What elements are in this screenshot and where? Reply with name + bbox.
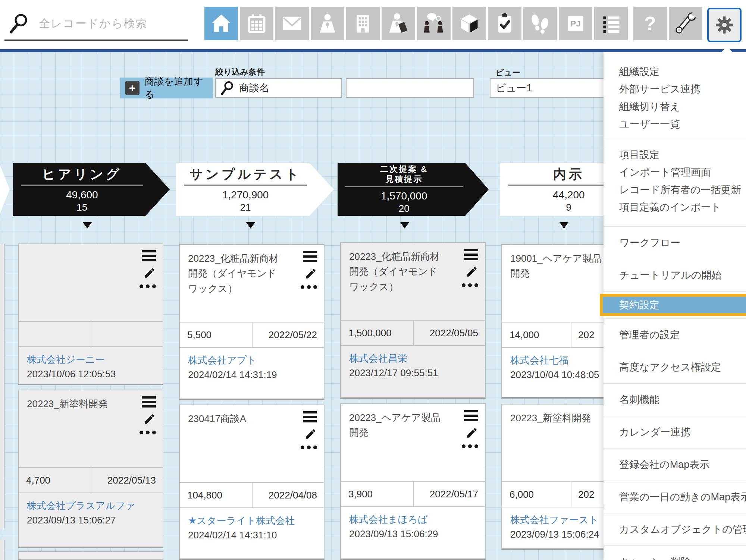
drag-handle-icon[interactable]	[303, 251, 317, 262]
menu-item-field-definition-import[interactable]: 項目定義のインポート	[604, 198, 746, 216]
secondary-filter-input[interactable]	[346, 78, 474, 98]
menu-item-advanced-access[interactable]: 高度なアクセス権設定	[604, 351, 746, 383]
drag-handle-icon[interactable]	[464, 249, 478, 260]
card-actions	[301, 251, 317, 289]
company-link[interactable]: 株式会社アプト	[188, 354, 316, 367]
deal-card-partial[interactable]	[18, 551, 163, 560]
deal-date: 2022/05/13	[91, 475, 163, 486]
more-options-icon[interactable]	[462, 444, 478, 448]
deal-card[interactable]: 20223_化粧品新商材開発（ダイヤモンドワックス） 5,500 2022/05…	[179, 244, 325, 400]
company-link[interactable]: 株式会社プラスアルファ	[27, 499, 155, 512]
deal-date: 2022/04/08	[253, 490, 324, 501]
more-options-icon[interactable]	[301, 446, 317, 449]
stage-count: 9	[566, 202, 571, 213]
global-search-input[interactable]: 全レコードから検索	[4, 7, 188, 41]
stage-title: ヒアリング	[42, 166, 122, 183]
product-glyph	[458, 12, 480, 35]
list-icon[interactable]	[594, 7, 628, 40]
contact-icon[interactable]	[311, 7, 344, 40]
project-glyph: PJ	[564, 12, 587, 35]
menu-pointer-arrow	[721, 46, 733, 52]
tools-icon[interactable]	[669, 7, 702, 40]
stage-amount: 44,200	[553, 189, 585, 201]
meeting-icon[interactable]	[417, 7, 451, 40]
menu-item-business-card[interactable]: 名刺機能	[604, 384, 746, 416]
product-icon[interactable]	[452, 7, 486, 40]
stage-title: 内示	[553, 166, 584, 183]
company-link[interactable]: 株式会社まほろば	[349, 513, 477, 526]
drag-handle-icon[interactable]	[303, 411, 317, 422]
card-actions	[301, 411, 317, 449]
deal-card[interactable]: 20223_化粧品新商材開発（ダイヤモンドワックス） 1,500,000 202…	[340, 242, 486, 399]
tools-glyph	[674, 12, 697, 35]
settings-gear-icon[interactable]	[707, 8, 742, 42]
menu-item-company-map[interactable]: 登録会社のMap表示	[604, 449, 746, 481]
deal-value-row: 1,500,000 2022/05/05	[341, 320, 485, 346]
company-icon[interactable]	[346, 7, 380, 40]
more-options-icon[interactable]	[301, 285, 317, 289]
deal-card[interactable]: 株式会社ジーニー 2023/10/06 12:05:53	[18, 243, 163, 385]
edit-pencil-icon[interactable]	[466, 427, 478, 439]
list-glyph	[600, 12, 622, 35]
card-actions	[140, 250, 156, 288]
company-link[interactable]: 株式会社昌栄	[349, 352, 477, 365]
drag-handle-icon[interactable]	[464, 410, 478, 421]
footprint-icon[interactable]	[523, 7, 557, 40]
menu-item-import-admin[interactable]: インポート管理画面	[604, 163, 746, 181]
menu-item-custom-objects[interactable]: カスタムオブジェクトの管理	[604, 513, 746, 545]
sales-rep-icon[interactable]	[382, 7, 415, 40]
menu-item-external-services[interactable]: 外部サービス連携	[604, 80, 746, 98]
previous-stage-arrow-fragment	[0, 165, 10, 214]
edit-pencil-icon[interactable]	[304, 267, 317, 280]
menu-item-contract-settings-highlighted[interactable]: 契約設定	[600, 294, 746, 316]
more-options-icon[interactable]	[140, 284, 156, 288]
deal-card[interactable]: 230417商談A 104,800 2022/04/08 ★スターライト株式会社…	[179, 405, 325, 560]
help-icon[interactable]: ?	[633, 7, 667, 40]
menu-item-bulk-owner-update[interactable]: レコード所有者の一括更新	[604, 181, 746, 198]
stage-pointer-icon	[246, 222, 255, 229]
search-icon	[9, 13, 28, 34]
edit-pencil-icon[interactable]	[466, 265, 478, 278]
menu-item-admin-settings[interactable]: 管理者の設定	[604, 319, 746, 351]
stage-hearing[interactable]: ヒアリング 49,600 15	[13, 163, 170, 216]
deal-value-row: 4,700 2022/05/13	[19, 467, 163, 493]
stage-amount: 49,600	[66, 189, 98, 201]
menu-item-clear-cache[interactable]: キャッシュ削除	[604, 546, 746, 560]
add-deal-button[interactable]: + 商談を追加する	[120, 78, 213, 98]
more-options-icon[interactable]	[140, 431, 156, 434]
edit-pencil-icon[interactable]	[143, 413, 156, 425]
drag-handle-icon[interactable]	[142, 250, 156, 261]
mail-icon[interactable]	[275, 7, 309, 40]
deal-amount: 104,800	[180, 490, 252, 501]
stage-sample-test[interactable]: サンプルテスト 1,270,900 21	[176, 163, 334, 216]
project-icon[interactable]: PJ	[559, 7, 592, 40]
menu-item-workflow[interactable]: ワークフロー	[604, 227, 746, 259]
deal-card[interactable]: 20223_新塗料開発 4,700 2022/05/13 株式会社プラスアルファ…	[18, 390, 163, 548]
updated-timestamp: 2024/02/14 14:31:10	[188, 529, 316, 541]
edit-pencil-icon[interactable]	[143, 267, 156, 279]
company-link[interactable]: ★スターライト株式会社	[188, 514, 316, 527]
home-icon[interactable]	[204, 7, 238, 40]
menu-item-org-settings[interactable]: 組織設定	[604, 63, 746, 80]
stage-second-proposal[interactable]: 二次提案 &見積提示 1,570,000 20	[338, 163, 489, 216]
menu-item-field-settings[interactable]: 項目設定	[604, 146, 746, 163]
gear-glyph	[714, 15, 735, 35]
deal-name-filter-input[interactable]: 商談名	[215, 78, 342, 98]
edit-pencil-icon[interactable]	[304, 428, 317, 440]
company-link[interactable]: 株式会社ジーニー	[27, 353, 155, 366]
menu-item-sales-day-map[interactable]: 営業の一日の動きのMap表示	[604, 481, 746, 513]
task-icon[interactable]	[488, 7, 521, 40]
help-label: ?	[644, 12, 656, 35]
stage-underline	[184, 185, 307, 186]
menu-item-switch-org[interactable]: 組織切り替え	[604, 98, 746, 115]
deal-card[interactable]: 20223_ヘアケア製品開発 3,900 2022/05/17 株式会社まほろば…	[340, 403, 486, 560]
stage-pointer-icon	[83, 222, 92, 229]
calendar-icon[interactable]	[240, 7, 273, 40]
deal-amount: 6,000	[502, 489, 571, 500]
menu-item-user-list[interactable]: ユーザー一覧	[604, 115, 746, 133]
more-options-icon[interactable]	[462, 283, 478, 287]
view-select[interactable]: ビュー1	[490, 78, 613, 98]
menu-item-calendar-sync[interactable]: カレンダー連携	[604, 416, 746, 448]
menu-item-tutorial[interactable]: チュートリアルの開始	[604, 259, 746, 291]
drag-handle-icon[interactable]	[142, 396, 156, 408]
